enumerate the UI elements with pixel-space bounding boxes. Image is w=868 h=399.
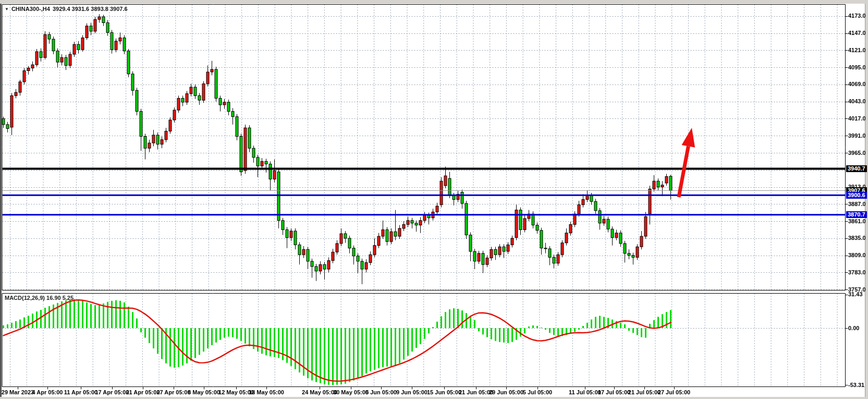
candlestick-chart-canvas[interactable] — [0, 0, 868, 399]
chart-window: ▼ CHINA300-,H4 3929.4 3931.6 3893.8 3907… — [0, 0, 868, 399]
ohlc-values: 3929.4 3931.6 3893.8 3907.6 — [53, 6, 128, 12]
window-edge-bottom — [0, 397, 868, 399]
macd-main-value: 16.90 — [46, 295, 61, 301]
window-edge-top — [0, 0, 868, 4]
symbol-timeframe-label: CHINA300-,H4 — [11, 6, 50, 12]
macd-name: MACD(12,26,9) — [5, 295, 45, 301]
macd-indicator-label: MACD(12,26,9) 16.90 5.25 — [5, 295, 74, 301]
window-edge-left — [0, 0, 2, 399]
macd-signal-value: 5.25 — [63, 295, 74, 301]
symbol-title[interactable]: ▼ CHINA300-,H4 3929.4 3931.6 3893.8 3907… — [5, 6, 128, 12]
chevron-down-icon[interactable]: ▼ — [5, 7, 9, 11]
panel-divider[interactable] — [2, 291, 846, 293]
window-edge-right — [865, 4, 868, 397]
